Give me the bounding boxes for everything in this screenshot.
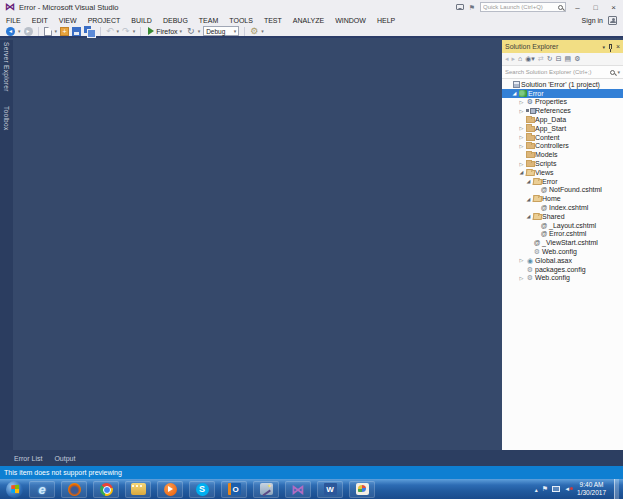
window-position-dropdown-icon[interactable]	[602, 44, 605, 50]
quick-launch-input[interactable]: Quick Launch (Ctrl+Q)	[480, 2, 566, 12]
menu-item-tools[interactable]: TOOLS	[229, 17, 253, 24]
expanded-arrow-icon[interactable]: ◢	[511, 90, 518, 96]
solution-explorer-header[interactable]: Solution Explorer	[502, 40, 623, 53]
collapsed-arrow-icon[interactable]: ▷	[518, 143, 525, 149]
add-item-icon[interactable]	[60, 27, 69, 36]
menu-item-view[interactable]: VIEW	[59, 17, 77, 24]
tree-item[interactable]: ◢Home	[502, 194, 623, 203]
expanded-arrow-icon[interactable]: ◢	[525, 196, 532, 202]
browser-link-refresh-icon[interactable]	[187, 27, 195, 36]
dock-tab-server-explorer[interactable]: Server Explorer	[3, 42, 10, 92]
user-account-icon[interactable]	[608, 16, 617, 25]
menu-item-help[interactable]: HELP	[377, 17, 395, 24]
toolbar-options-dropdown-icon[interactable]	[261, 29, 264, 34]
tree-item[interactable]: ▷App_Start	[502, 124, 623, 133]
forward-icon[interactable]: ▸	[512, 55, 516, 63]
collapsed-arrow-icon[interactable]: ▷	[518, 134, 525, 140]
taskbar-app-movie-maker[interactable]	[125, 481, 151, 498]
tree-item[interactable]: Models	[502, 150, 623, 159]
tree-item[interactable]: Error.cshtml	[502, 230, 623, 239]
tree-item[interactable]: Solution 'Error' (1 project)	[502, 80, 623, 89]
expanded-arrow-icon[interactable]: ◢	[525, 178, 532, 184]
pin-icon[interactable]	[609, 44, 612, 49]
menu-item-window[interactable]: WINDOW	[335, 17, 366, 24]
tree-item[interactable]: ▷Controllers	[502, 142, 623, 151]
undo-icon[interactable]	[106, 27, 114, 36]
collapsed-arrow-icon[interactable]: ▷	[518, 125, 525, 131]
collapse-all-icon[interactable]: ⊟	[556, 55, 562, 63]
network-icon[interactable]	[552, 486, 560, 492]
navigate-back-dropdown-icon[interactable]	[18, 29, 21, 34]
tree-item[interactable]: packages.config	[502, 265, 623, 274]
taskbar-clock[interactable]: 9:40 AM 1/30/2017	[577, 481, 606, 497]
tree-item[interactable]: ◢Error	[502, 89, 623, 98]
feedback-icon[interactable]	[456, 4, 464, 10]
tree-item[interactable]: NotFound.cshtml	[502, 186, 623, 195]
expanded-arrow-icon[interactable]: ◢	[518, 169, 525, 175]
start-button[interactable]	[6, 481, 23, 498]
save-icon[interactable]	[72, 27, 81, 36]
tree-item[interactable]: App_Data	[502, 115, 623, 124]
show-all-files-icon[interactable]: ▤	[565, 55, 572, 63]
menu-item-build[interactable]: BUILD	[131, 17, 152, 24]
scope-view-icon[interactable]: ◉▾	[525, 55, 535, 63]
tab-output[interactable]: Output	[54, 455, 75, 462]
redo-dropdown-icon[interactable]	[133, 29, 136, 34]
tab-error-list[interactable]: Error List	[14, 455, 42, 462]
menu-item-analyze[interactable]: ANALYZE	[293, 17, 324, 24]
collapsed-arrow-icon[interactable]: ▷	[518, 108, 525, 114]
taskbar-app-word[interactable]	[317, 481, 343, 498]
taskbar-app-firefox[interactable]	[61, 481, 87, 498]
navigate-forward-icon[interactable]	[24, 27, 33, 36]
panel-close-icon[interactable]	[616, 43, 620, 50]
tree-item[interactable]: ▷Properties	[502, 98, 623, 107]
tree-item[interactable]: ◢Shared	[502, 212, 623, 221]
menu-item-team[interactable]: TEAM	[199, 17, 218, 24]
tree-item[interactable]: ▷Web.config	[502, 274, 623, 283]
menu-item-file[interactable]: FILE	[6, 17, 21, 24]
notifications-flag-icon[interactable]	[469, 4, 475, 11]
redo-icon[interactable]	[122, 27, 130, 36]
toolbar-wrench-icon[interactable]	[250, 27, 258, 36]
sync-with-active-document-icon[interactable]: ⇄	[538, 55, 544, 63]
taskbar-app-outlook[interactable]	[221, 481, 247, 498]
menu-item-test[interactable]: TEST	[264, 17, 282, 24]
action-center-icon[interactable]	[542, 485, 548, 493]
dock-tab-toolbox[interactable]: Toolbox	[3, 106, 10, 131]
minimize-button[interactable]	[571, 2, 584, 13]
taskbar-app-media-player[interactable]	[157, 481, 183, 498]
search-dropdown-icon[interactable]	[617, 70, 620, 75]
collapsed-arrow-icon[interactable]: ▷	[518, 161, 525, 167]
tree-item[interactable]: Web.config	[502, 247, 623, 256]
save-all-icon[interactable]	[84, 26, 95, 36]
taskbar-app-paint[interactable]	[349, 481, 375, 498]
menu-item-edit[interactable]: EDIT	[32, 17, 48, 24]
tree-item[interactable]: ▷Global.asax	[502, 256, 623, 265]
navigate-back-icon[interactable]	[6, 27, 15, 36]
taskbar-app-internet-explorer[interactable]: e	[29, 481, 55, 498]
close-button[interactable]	[607, 2, 620, 13]
taskbar-app-chrome[interactable]	[93, 481, 119, 498]
restore-button[interactable]	[589, 2, 602, 13]
taskbar-app-skype[interactable]	[189, 481, 215, 498]
show-desktop-button[interactable]	[614, 479, 619, 499]
tree-item[interactable]: ▷Scripts	[502, 159, 623, 168]
taskbar-app-visual-studio[interactable]	[285, 481, 311, 498]
new-file-dropdown-icon[interactable]	[55, 29, 58, 34]
collapsed-arrow-icon[interactable]: ▷	[518, 257, 525, 263]
menu-item-project[interactable]: PROJECT	[88, 17, 121, 24]
tree-item[interactable]: _Layout.cshtml	[502, 221, 623, 230]
tree-item[interactable]: _ViewStart.cshtml	[502, 238, 623, 247]
back-icon[interactable]: ◂	[505, 55, 509, 63]
new-file-icon[interactable]	[44, 27, 52, 36]
tray-expand-icon[interactable]	[535, 486, 538, 493]
tree-item[interactable]: ◢Views	[502, 168, 623, 177]
sign-in-link[interactable]: Sign in	[582, 17, 603, 24]
taskbar-app-magic-wand-tool[interactable]	[253, 481, 279, 498]
collapsed-arrow-icon[interactable]: ▷	[518, 99, 525, 105]
tree-item[interactable]: ▷Content	[502, 133, 623, 142]
configuration-select[interactable]: Debug	[203, 26, 239, 36]
volume-icon[interactable]	[564, 486, 570, 492]
menu-item-debug[interactable]: DEBUG	[163, 17, 188, 24]
expanded-arrow-icon[interactable]: ◢	[525, 213, 532, 219]
